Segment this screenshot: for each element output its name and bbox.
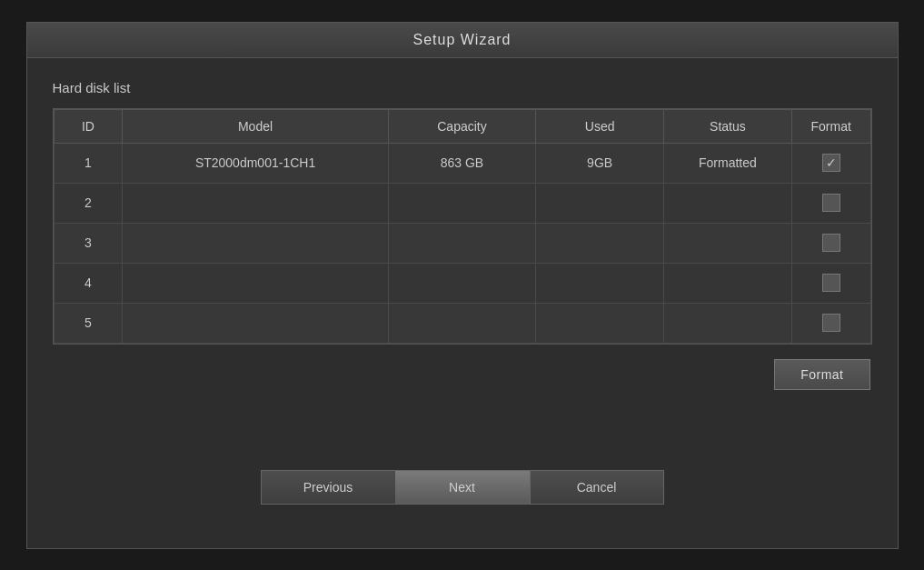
cell-model-2 — [123, 183, 388, 223]
cell-format-2[interactable] — [791, 183, 870, 223]
col-header-id: ID — [54, 109, 123, 143]
table-row: 1ST2000dm001-1CH1863 GB9GBFormatted✓ — [54, 143, 870, 183]
previous-button[interactable]: Previous — [261, 470, 395, 505]
cell-capacity-3 — [388, 223, 535, 263]
cell-model-5 — [123, 303, 388, 343]
cell-used-2 — [536, 183, 664, 223]
cell-id-2: 2 — [54, 183, 123, 223]
format-checkbox-3[interactable] — [822, 234, 840, 252]
next-button[interactable]: Next — [395, 470, 530, 505]
cell-capacity-1: 863 GB — [388, 143, 535, 183]
cell-used-3 — [536, 223, 664, 263]
cell-status-5 — [664, 303, 792, 343]
cell-format-5[interactable] — [791, 303, 870, 343]
dialog-footer: Previous Next Cancel — [53, 452, 872, 530]
format-checkbox-4[interactable] — [822, 274, 840, 292]
cell-status-4 — [664, 263, 792, 303]
setup-wizard-dialog: Setup Wizard Hard disk list ID Model Cap… — [26, 22, 899, 549]
table-row: 3 — [54, 223, 870, 263]
cell-status-2 — [664, 183, 792, 223]
format-checkbox-2[interactable] — [822, 194, 840, 212]
col-header-status: Status — [664, 109, 792, 143]
cell-model-4 — [123, 263, 388, 303]
col-header-format: Format — [791, 109, 870, 143]
cell-used-4 — [536, 263, 664, 303]
format-button-row: Format — [53, 359, 872, 390]
table-body: 1ST2000dm001-1CH1863 GB9GBFormatted✓2345 — [54, 143, 870, 343]
dialog-title: Setup Wizard — [27, 23, 898, 58]
format-checkbox-1[interactable]: ✓ — [822, 154, 840, 172]
cell-capacity-4 — [388, 263, 535, 303]
table-header-row: ID Model Capacity Used Status Format — [54, 109, 870, 143]
col-header-model: Model — [123, 109, 388, 143]
cell-id-4: 4 — [54, 263, 123, 303]
table-row: 4 — [54, 263, 870, 303]
hard-disk-table-wrapper: ID Model Capacity Used Status Format 1ST… — [53, 108, 872, 345]
cell-id-5: 5 — [54, 303, 123, 343]
section-title: Hard disk list — [53, 80, 872, 95]
format-checkbox-5[interactable] — [822, 314, 840, 332]
cell-format-1[interactable]: ✓ — [791, 143, 870, 183]
col-header-capacity: Capacity — [388, 109, 535, 143]
cell-id-1: 1 — [54, 143, 123, 183]
cell-status-1: Formatted — [664, 143, 792, 183]
cell-format-3[interactable] — [791, 223, 870, 263]
format-button[interactable]: Format — [774, 359, 869, 390]
cell-capacity-5 — [388, 303, 535, 343]
table-row: 2 — [54, 183, 870, 223]
cell-used-5 — [536, 303, 664, 343]
hard-disk-table: ID Model Capacity Used Status Format 1ST… — [54, 109, 871, 344]
cell-id-3: 3 — [54, 223, 123, 263]
cell-capacity-2 — [388, 183, 535, 223]
cancel-button[interactable]: Cancel — [530, 470, 664, 505]
cell-model-3 — [123, 223, 388, 263]
col-header-used: Used — [536, 109, 664, 143]
cell-model-1: ST2000dm001-1CH1 — [123, 143, 388, 183]
table-row: 5 — [54, 303, 870, 343]
cell-format-4[interactable] — [791, 263, 870, 303]
cell-used-1: 9GB — [536, 143, 664, 183]
cell-status-3 — [664, 223, 792, 263]
dialog-body: Hard disk list ID Model Capacity Used St… — [27, 58, 898, 548]
